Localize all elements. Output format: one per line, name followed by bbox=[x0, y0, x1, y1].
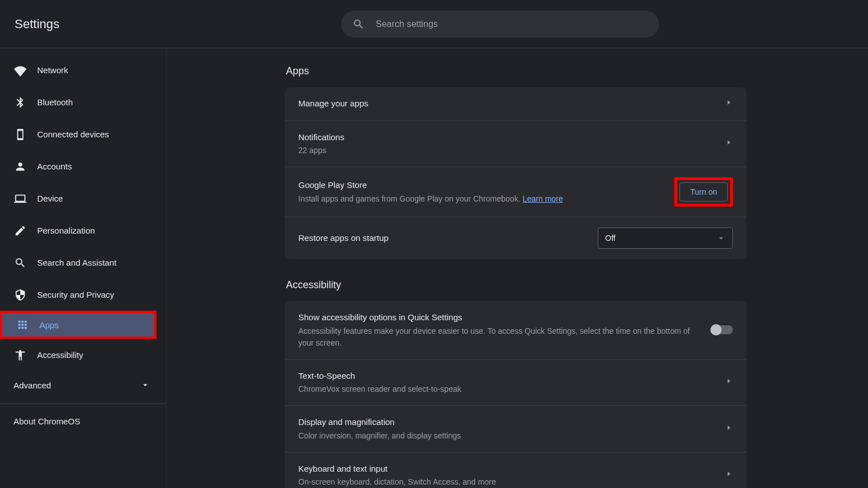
row-title: Restore apps on startup bbox=[298, 232, 598, 245]
row-sub: 22 apps bbox=[298, 145, 725, 156]
sidebar-item-device[interactable]: Device bbox=[0, 182, 166, 214]
chevron-down-icon bbox=[140, 380, 150, 390]
restore-dropdown[interactable]: Off bbox=[598, 227, 733, 249]
main-content: Apps Manage your apps Notifications 22 a… bbox=[167, 48, 868, 488]
sidebar: Network Bluetooth Connected devices Acco… bbox=[0, 48, 167, 488]
person-icon bbox=[14, 160, 27, 173]
row-title: Manage your apps bbox=[298, 97, 725, 110]
sidebar-item-label: Personalization bbox=[37, 226, 95, 235]
sidebar-item-label: Device bbox=[37, 194, 63, 203]
sidebar-item-bluetooth[interactable]: Bluetooth bbox=[0, 86, 166, 118]
accessibility-card: Show accessibility options in Quick Sett… bbox=[285, 301, 746, 488]
chevron-right-icon bbox=[725, 470, 733, 480]
row-keyboard-text[interactable]: Keyboard and text input On-screen keyboa… bbox=[285, 453, 746, 489]
laptop-icon bbox=[14, 192, 27, 205]
row-tts[interactable]: Text-to-Speech ChromeVox screen reader a… bbox=[285, 360, 746, 406]
sidebar-item-personalization[interactable]: Personalization bbox=[0, 214, 166, 247]
sidebar-item-label: Apps bbox=[39, 320, 59, 330]
sidebar-item-accessibility[interactable]: Accessibility bbox=[0, 339, 166, 371]
sidebar-item-label: Accessibility bbox=[37, 350, 83, 360]
search-icon bbox=[14, 256, 27, 270]
row-manage-apps[interactable]: Manage your apps bbox=[285, 87, 746, 121]
row-sub: ChromeVox screen reader and select-to-sp… bbox=[298, 383, 725, 395]
chevron-down-icon bbox=[717, 234, 726, 243]
sidebar-divider bbox=[0, 404, 166, 404]
row-title: Show accessibility options in Quick Sett… bbox=[298, 311, 700, 324]
chevron-right-icon bbox=[725, 138, 733, 149]
row-restore-apps: Restore apps on startup Off bbox=[285, 217, 746, 259]
row-title: Text-to-Speech bbox=[298, 370, 725, 383]
row-title: Google Play Store bbox=[298, 179, 674, 192]
sidebar-item-label: Accounts bbox=[37, 162, 72, 171]
search-input[interactable] bbox=[376, 19, 648, 29]
row-quick-settings: Show accessibility options in Quick Sett… bbox=[285, 301, 746, 360]
row-title: Display and magnification bbox=[298, 416, 725, 429]
row-sub: Accessibility features make your device … bbox=[298, 325, 700, 349]
sidebar-item-about[interactable]: About ChromeOS bbox=[0, 409, 166, 434]
sidebar-item-accounts[interactable]: Accounts bbox=[0, 150, 166, 182]
accessibility-icon bbox=[14, 348, 27, 362]
quick-settings-toggle[interactable] bbox=[712, 325, 733, 334]
sidebar-advanced[interactable]: Advanced bbox=[0, 371, 166, 399]
sidebar-item-apps[interactable]: Apps bbox=[0, 311, 156, 339]
chevron-right-icon bbox=[725, 377, 733, 387]
row-google-play: Google Play Store Install apps and games… bbox=[285, 167, 746, 217]
sidebar-item-network[interactable]: Network bbox=[0, 54, 166, 86]
page-title: Settings bbox=[15, 17, 60, 32]
search-icon bbox=[352, 18, 365, 30]
learn-more-link[interactable]: Learn more bbox=[522, 194, 563, 203]
sidebar-item-search-assistant[interactable]: Search and Assistant bbox=[0, 247, 166, 279]
sidebar-item-label: Network bbox=[37, 65, 68, 75]
sidebar-item-connected-devices[interactable]: Connected devices bbox=[0, 118, 166, 150]
row-title: Keyboard and text input bbox=[298, 463, 725, 476]
row-title: Notifications bbox=[298, 131, 725, 144]
turn-on-button[interactable]: Turn on bbox=[679, 182, 728, 202]
chevron-right-icon bbox=[725, 424, 733, 434]
section-title-accessibility: Accessibility bbox=[285, 279, 746, 291]
row-sub: Color inversion, magnifier, and display … bbox=[298, 430, 725, 442]
row-notifications[interactable]: Notifications 22 apps bbox=[285, 121, 746, 168]
section-title-apps: Apps bbox=[285, 65, 746, 77]
sidebar-item-label: Connected devices bbox=[37, 129, 109, 139]
play-sub-text: Install apps and games from Google Play … bbox=[298, 194, 522, 203]
row-display-magnification[interactable]: Display and magnification Color inversio… bbox=[285, 406, 746, 453]
sidebar-item-security-privacy[interactable]: Security and Privacy bbox=[0, 279, 166, 311]
dropdown-value: Off bbox=[605, 234, 615, 243]
search-box[interactable] bbox=[341, 11, 659, 38]
apps-icon bbox=[16, 318, 29, 332]
wifi-icon bbox=[14, 64, 27, 77]
apps-card: Manage your apps Notifications 22 apps G… bbox=[285, 87, 746, 259]
header: Settings bbox=[0, 0, 868, 48]
bluetooth-icon bbox=[14, 96, 27, 109]
shield-icon bbox=[14, 288, 27, 302]
sidebar-item-label: Bluetooth bbox=[37, 97, 73, 107]
sidebar-item-label: Search and Assistant bbox=[37, 258, 117, 267]
phone-icon bbox=[14, 128, 27, 141]
row-sub: On-screen keyboard, dictation, Switch Ac… bbox=[298, 476, 725, 488]
sidebar-advanced-label: Advanced bbox=[14, 380, 51, 390]
sidebar-item-label: Security and Privacy bbox=[37, 290, 114, 299]
pencil-icon bbox=[14, 224, 27, 238]
turn-on-highlight: Turn on bbox=[674, 177, 733, 207]
chevron-right-icon bbox=[725, 99, 733, 109]
row-sub: Install apps and games from Google Play … bbox=[298, 193, 674, 205]
